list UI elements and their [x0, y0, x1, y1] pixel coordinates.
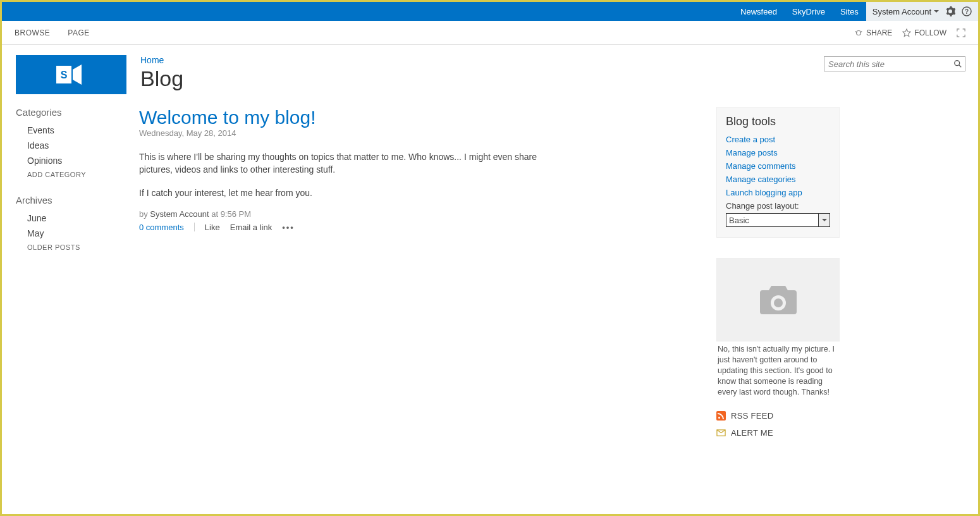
focus-button[interactable] — [957, 28, 965, 37]
about-text: No, this isn't actually my picture. I ju… — [716, 341, 840, 397]
search-icon[interactable] — [953, 59, 962, 68]
content: Categories Events Ideas Opinions ADD CAT… — [2, 94, 978, 458]
more-actions-button[interactable]: ••• — [282, 223, 295, 232]
blog-tools-header: Blog tools — [726, 115, 830, 128]
author-link[interactable]: System Account — [150, 209, 209, 219]
follow-button[interactable]: FOLLOW — [902, 28, 946, 37]
breadcrumb[interactable]: Home — [140, 55, 164, 65]
tool-links: Create a post Manage posts Manage commen… — [726, 135, 830, 197]
manage-categories-link[interactable]: Manage categories — [726, 175, 796, 184]
chevron-down-icon — [822, 219, 827, 221]
svg-text:S: S — [60, 70, 67, 80]
rss-icon — [716, 411, 726, 421]
archive-item[interactable]: June — [16, 211, 126, 226]
post-title[interactable]: Welcome to my blog! — [139, 107, 316, 128]
comments-link[interactable]: 0 comments — [139, 223, 184, 232]
title-block: Home Blog — [140, 55, 824, 91]
feed-links: RSS FEED ALERT ME — [716, 411, 840, 438]
post-paragraph: If I catch your interest, let me hear fr… — [139, 187, 544, 199]
archives-list: June May OLDER POSTS — [16, 211, 126, 254]
camera-icon — [756, 283, 800, 317]
left-nav: Categories Events Ideas Opinions ADD CAT… — [16, 107, 126, 445]
at-label: at — [209, 209, 221, 219]
manage-posts-link[interactable]: Manage posts — [726, 148, 778, 157]
share-icon — [854, 28, 863, 37]
ribbon-actions: SHARE FOLLOW — [854, 28, 965, 37]
archives-header: Archives — [16, 195, 126, 206]
search-box[interactable] — [824, 56, 965, 71]
suitebar-link-skydrive[interactable]: SkyDrive — [785, 2, 833, 21]
sidebar: Blog tools Create a post Manage posts Ma… — [716, 107, 840, 445]
site-logo[interactable]: S — [16, 55, 126, 94]
header: S Home Blog — [2, 45, 978, 94]
post-actions: 0 comments Like Email a link ••• — [139, 223, 544, 232]
category-item[interactable]: Ideas — [16, 138, 126, 153]
help-icon[interactable]: ? — [962, 6, 972, 16]
caret-down-icon — [934, 10, 939, 13]
main-content: Welcome to my blog! Wednesday, May 28, 2… — [139, 107, 544, 445]
star-icon — [902, 28, 911, 37]
rss-feed-link[interactable]: RSS FEED — [716, 411, 840, 421]
svg-point-4 — [955, 61, 960, 66]
suitebar-link-sites[interactable]: Sites — [833, 2, 866, 21]
layout-value: Basic — [729, 216, 749, 225]
byline: by System Account at 9:56 PM — [139, 209, 544, 219]
svg-point-6 — [774, 298, 783, 307]
like-button[interactable]: Like — [205, 223, 220, 232]
ribbon-tabs: BROWSE PAGE — [15, 28, 90, 37]
categories-list: Events Ideas Opinions ADD CATEGORY — [16, 123, 126, 181]
share-label: SHARE — [866, 28, 892, 37]
older-posts-button[interactable]: OLDER POSTS — [16, 241, 126, 254]
suite-bar: Newsfeed SkyDrive Sites System Account ? — [2, 2, 978, 21]
blog-tools-panel: Blog tools Create a post Manage posts Ma… — [716, 107, 840, 238]
focus-icon — [957, 28, 965, 37]
by-label: by — [139, 209, 150, 219]
envelope-icon — [716, 428, 726, 438]
post-body: This is where I'll be sharing my thought… — [139, 150, 544, 199]
post-paragraph: This is where I'll be sharing my thought… — [139, 150, 544, 176]
ribbon-tab-browse[interactable]: BROWSE — [15, 28, 50, 37]
dropdown-button[interactable] — [818, 214, 830, 226]
email-link-button[interactable]: Email a link — [230, 223, 272, 232]
about-panel — [716, 258, 840, 341]
separator — [194, 223, 195, 231]
follow-label: FOLLOW — [914, 28, 946, 37]
svg-text:?: ? — [965, 8, 969, 15]
alert-me-link[interactable]: ALERT ME — [716, 428, 840, 438]
launch-blogging-app-link[interactable]: Launch blogging app — [726, 188, 802, 197]
page-title: Blog — [140, 66, 824, 91]
rss-label: RSS FEED — [731, 411, 773, 421]
user-name: System Account — [873, 7, 931, 16]
gear-icon[interactable] — [945, 6, 955, 16]
share-button[interactable]: SHARE — [854, 28, 892, 37]
categories-header: Categories — [16, 107, 126, 118]
category-item[interactable]: Events — [16, 123, 126, 138]
category-item[interactable]: Opinions — [16, 153, 126, 168]
layout-select[interactable]: Basic — [726, 213, 830, 227]
user-panel: System Account ? — [866, 2, 978, 21]
post-time: 9:56 PM — [221, 209, 251, 219]
layout-label: Change post layout: — [726, 201, 830, 211]
suitebar-link-newsfeed[interactable]: Newsfeed — [733, 2, 785, 21]
user-menu[interactable]: System Account — [873, 7, 939, 16]
alert-label: ALERT ME — [731, 428, 773, 438]
about-image-placeholder — [717, 259, 839, 341]
sharepoint-icon: S — [56, 61, 87, 89]
create-post-link[interactable]: Create a post — [726, 135, 775, 144]
ribbon-tab-page[interactable]: PAGE — [68, 28, 89, 37]
archive-item[interactable]: May — [16, 226, 126, 241]
add-category-button[interactable]: ADD CATEGORY — [16, 168, 126, 181]
ribbon: BROWSE PAGE SHARE FOLLOW — [2, 21, 978, 45]
post-date: Wednesday, May 28, 2014 — [139, 128, 544, 138]
manage-comments-link[interactable]: Manage comments — [726, 161, 796, 171]
search-input[interactable] — [828, 59, 953, 69]
